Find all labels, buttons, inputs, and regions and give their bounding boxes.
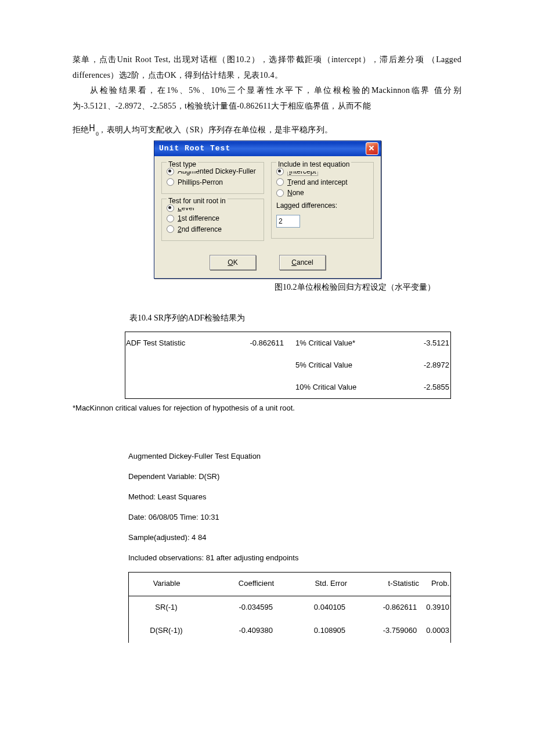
symbol-h: H <box>89 120 95 138</box>
radio-icon <box>167 204 174 212</box>
radio-icon <box>167 168 174 175</box>
cell-coefficient: -0.409380 <box>204 624 282 638</box>
document-page: 菜单，点击Unit Root Test, 出现对话框（图10.2），选择带截距项… <box>0 0 534 712</box>
radio-trend-label: Trend and intercept <box>287 178 348 186</box>
lagged-label: Lagged differences: <box>276 199 369 213</box>
cv1-label: 1% Critical Value* <box>295 336 400 351</box>
hdr-stderror: Std. Error <box>283 577 356 591</box>
dialog-buttons: OK Cancel <box>154 249 381 278</box>
radio-2nd-diff[interactable]: 2nd difference <box>167 225 259 233</box>
info-line: Dependent Variable: D(SR) <box>128 466 461 487</box>
figure-caption: 图10.2单位根检验回归方程设定（水平变量） <box>73 280 461 296</box>
cell-tstat: -3.759060 <box>355 624 426 638</box>
lagged-input[interactable] <box>276 215 300 228</box>
radio-none[interactable]: None <box>276 189 369 197</box>
cv5-label: 5% Critical Value <box>295 358 400 373</box>
unit-root-test-dialog: Unit Root Test Test type Augmented Dicke… <box>154 141 381 279</box>
hdr-coefficient: Coefficient <box>204 577 283 591</box>
mackinnon-note: *MacKinnon critical values for rejection… <box>73 401 461 416</box>
cell-prob: 0.3910 <box>426 600 450 615</box>
radio-2nd-label: 2nd difference <box>178 225 222 233</box>
equation-info: Augmented Dickey-Fuller Test Equation De… <box>73 446 461 568</box>
info-line: Included observations: 81 after adjustin… <box>128 548 461 568</box>
include-legend: Include in test equation <box>276 158 351 171</box>
info-line: Date: 06/08/05 Time: 10:31 <box>128 507 461 527</box>
radio-icon <box>167 215 174 222</box>
cell-coefficient: -0.034595 <box>204 600 282 615</box>
test-for-legend: Test for unit root in <box>167 195 228 208</box>
test-type-group: Test type Augmented Dickey-Fuller Philli… <box>161 162 264 194</box>
hdr-tstat: t-Statistic <box>356 577 428 591</box>
cell-blank <box>125 376 219 398</box>
adf-stat-label: ADF Test Statistic <box>125 332 219 354</box>
dialog-left-column: Test type Augmented Dickey-Fuller Philli… <box>161 162 264 246</box>
test-for-group: Test for unit root in Level 1st differen… <box>161 199 264 241</box>
cv1-value: -3.5121 <box>400 336 450 351</box>
table-row: ADF Test Statistic -0.862611 1% Critical… <box>125 332 451 354</box>
paragraph-2-text: 从检验结果看，在1%、5%、10%三个显著性水平下，单位根检验的Mackinno… <box>73 86 461 110</box>
cv10-label: 10% Critical Value <box>295 380 400 395</box>
radio-icon <box>167 225 174 233</box>
info-line: Sample(adjusted): 4 84 <box>128 527 461 548</box>
cell-stderror: 0.040105 <box>282 600 355 615</box>
adf-stat-table: ADF Test Statistic -0.862611 1% Critical… <box>125 332 451 399</box>
ok-button[interactable]: OK <box>210 255 256 270</box>
table-row: 10% Critical Value -2.5855 <box>125 376 451 399</box>
radio-icon <box>276 168 284 175</box>
radio-icon <box>167 178 174 186</box>
table-row: D(SR(-1)) -0.409380 0.108905 -3.759060 0… <box>128 620 451 643</box>
radio-1st-label: 1st difference <box>178 214 219 222</box>
cell-prob: 0.0003 <box>426 624 450 638</box>
table-header-row: Variable Coefficient Std. Error t-Statis… <box>128 572 451 596</box>
coefficient-table: Variable Coefficient Std. Error t-Statis… <box>128 572 451 643</box>
p3-suffix: ，表明人均可支配收入（SR）序列存在单位根，是非平稳序列。 <box>98 125 333 134</box>
radio-1st-diff[interactable]: 1st difference <box>167 214 259 222</box>
hdr-prob: Prob. <box>428 577 450 591</box>
info-line: Method: Least Squares <box>128 487 461 507</box>
radio-pp-label: Phillips-Perron <box>178 178 223 186</box>
table-row: SR(-1) -0.034595 0.040105 -0.862611 0.39… <box>128 596 451 620</box>
dialog-title: Unit Root Test <box>159 142 230 156</box>
cell-stderror: 0.108905 <box>282 624 355 638</box>
cancel-button[interactable]: Cancel <box>279 255 326 270</box>
cv10-value: -2.5855 <box>400 380 450 395</box>
cell-tstat: -0.862611 <box>355 600 426 615</box>
cv5-value: -2.8972 <box>400 358 450 373</box>
dialog-titlebar[interactable]: Unit Root Test <box>154 141 381 156</box>
dialog-right-column: Include in test equation Intercept Trend… <box>271 162 374 246</box>
dialog-container: Unit Root Test Test type Augmented Dicke… <box>73 141 461 279</box>
radio-none-label: None <box>287 189 304 197</box>
cell-variable: D(SR(-1)) <box>129 624 204 638</box>
paragraph-1: 菜单，点击Unit Root Test, 出现对话框（图10.2），选择带截距项… <box>73 52 461 83</box>
hdr-variable: Variable <box>129 577 204 591</box>
close-icon[interactable] <box>366 142 378 155</box>
paragraph-2: 从检验结果看，在1%、5%、10%三个显著性水平下，单位根检验的Mackinno… <box>73 83 461 114</box>
radio-trend[interactable]: Trend and intercept <box>276 178 369 186</box>
symbol-h-sub: 0 <box>96 131 99 137</box>
info-line: Augmented Dickey-Fuller Test Equation <box>128 446 461 466</box>
cell-blank <box>125 354 219 376</box>
radio-icon <box>276 178 284 186</box>
cell-variable: SR(-1) <box>129 600 204 615</box>
paragraph-3: 拒绝H0，表明人均可支配收入（SR）序列存在单位根，是非平稳序列。 <box>73 122 461 138</box>
include-group: Include in test equation Intercept Trend… <box>271 162 374 239</box>
dialog-body: Test type Augmented Dickey-Fuller Philli… <box>154 156 381 249</box>
radio-icon <box>276 189 284 197</box>
adf-stat-value: -0.862611 <box>219 336 295 351</box>
table-row: 5% Critical Value -2.8972 <box>125 354 451 376</box>
radio-pp[interactable]: Phillips-Perron <box>167 178 259 186</box>
table-caption: 表10.4 SR序列的ADF检验结果为 <box>73 311 461 326</box>
lagged-field: Lagged differences: <box>276 199 369 228</box>
p3-prefix: 拒绝 <box>73 125 89 134</box>
